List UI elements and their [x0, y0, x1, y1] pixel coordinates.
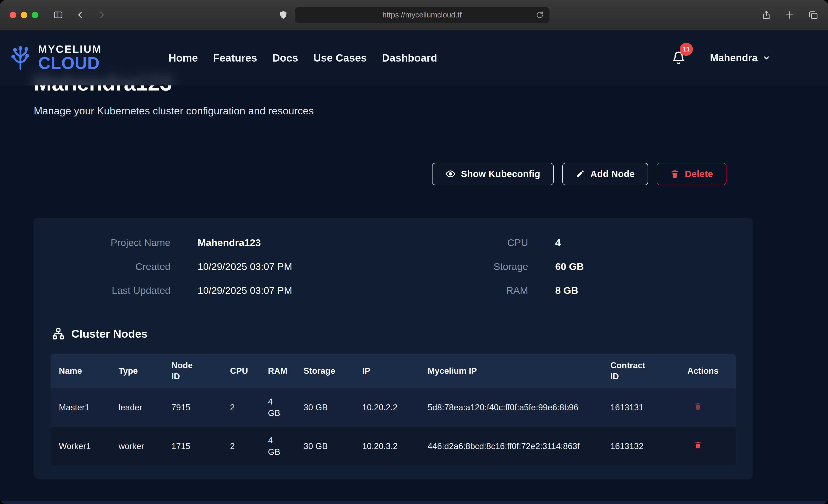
eye-icon [445, 169, 455, 179]
cluster-nodes-title: Cluster Nodes [71, 327, 148, 340]
brand-name-bottom: CLOUD [38, 55, 102, 71]
column-header-storage: Storage [295, 354, 354, 388]
detail-value: 60 GB [528, 255, 736, 279]
new-tab-icon[interactable] [785, 10, 795, 20]
mycelium-logo-icon [7, 44, 34, 72]
nav-item-home[interactable]: Home [168, 52, 198, 64]
privacy-shield-icon[interactable] [279, 10, 288, 19]
cell-contract-id: 1613131 [602, 388, 679, 427]
cluster-actions-row: Show Kubeconfig Add Node Delete [34, 163, 753, 185]
traffic-lights [10, 12, 38, 18]
detail-label: RAM [393, 279, 528, 302]
delete-cluster-button[interactable]: Delete [657, 163, 727, 185]
cell-cpu: 2 [222, 427, 260, 465]
column-header-actions: Actions [679, 354, 736, 388]
detail-label: Created [50, 255, 170, 279]
cell-contract-id: 1613132 [602, 427, 679, 465]
trash-icon [670, 169, 679, 178]
cell-ram: 4 GB [260, 388, 295, 427]
delete-node-button[interactable] [694, 441, 702, 449]
close-window-button[interactable] [10, 12, 16, 18]
details-right-column: CPU 4 Storage 60 GB RAM 8 GB [393, 231, 736, 302]
nav-item-docs[interactable]: Docs [272, 52, 298, 64]
detail-label: Last Updated [50, 279, 170, 302]
user-menu[interactable]: Mahendra [710, 52, 771, 64]
cell-node-id: 1715 [163, 427, 222, 465]
table-row: Master1 leader 7915 2 4 GB 30 GB 10.20.2… [50, 388, 736, 427]
trash-icon [694, 441, 702, 449]
cell-mycelium-ip: 446:d2a6:8bcd:8c16:ff0f:72e2:3114:863f [419, 427, 602, 465]
cluster-details: Project Name Mahendra123 Created 10/29/2… [50, 231, 736, 302]
cell-ram: 4 GB [260, 427, 295, 465]
browser-window: https://myceliumcloud.tf Mahendra123 Man… [0, 0, 828, 504]
forward-icon [97, 10, 107, 19]
cluster-nodes-table-wrap: Name Type Node ID CPU RAM Storage IP Myc… [50, 354, 736, 466]
brand-logo[interactable]: MYCELIUM CLOUD [7, 44, 102, 72]
user-name: Mahendra [710, 52, 758, 64]
nav-item-dashboard[interactable]: Dashboard [382, 52, 437, 64]
add-node-label: Add Node [590, 169, 635, 179]
share-icon[interactable] [761, 10, 772, 20]
network-icon [52, 327, 65, 340]
site-navbar: MYCELIUM CLOUD Home Features Docs Use Ca… [0, 30, 828, 85]
address-bar[interactable]: https://myceliumcloud.tf [295, 7, 549, 23]
column-header-ram: RAM [260, 354, 295, 388]
add-node-button[interactable]: Add Node [562, 163, 648, 185]
delete-node-button[interactable] [694, 402, 702, 410]
brand-name-top: MYCELIUM [38, 44, 102, 54]
detail-value: 10/29/2025 03:07 PM [170, 279, 393, 302]
details-left-column: Project Name Mahendra123 Created 10/29/2… [50, 231, 393, 302]
url-text: https://myceliumcloud.tf [382, 10, 462, 19]
cluster-nodes-table: Name Type Node ID CPU RAM Storage IP Myc… [50, 354, 736, 466]
page-viewport: Mahendra123 Manage your Kubernetes clust… [0, 30, 828, 504]
fullscreen-window-button[interactable] [32, 12, 38, 18]
table-header-row: Name Type Node ID CPU RAM Storage IP Myc… [50, 354, 736, 388]
cell-name: Master1 [50, 388, 110, 427]
reload-icon[interactable] [536, 11, 544, 19]
nav-links: Home Features Docs Use Cases Dashboard [168, 52, 437, 64]
notification-badge: 11 [680, 43, 693, 56]
trash-icon [694, 402, 702, 410]
detail-value: Mahendra123 [170, 231, 393, 255]
table-row: Worker1 worker 1715 2 4 GB 30 GB 10.20.3… [50, 427, 736, 465]
show-kubeconfig-button[interactable]: Show Kubeconfig [432, 163, 553, 185]
cell-type: leader [110, 388, 163, 427]
nav-item-use-cases[interactable]: Use Cases [313, 52, 367, 64]
column-header-name: Name [50, 354, 110, 388]
column-header-node-id: Node ID [163, 354, 222, 388]
cell-ip: 10.20.2.2 [354, 388, 419, 427]
minimize-window-button[interactable] [21, 12, 27, 18]
detail-value: 4 [528, 231, 736, 255]
cluster-nodes-header: Cluster Nodes [52, 327, 736, 340]
column-header-mycelium-ip: Mycelium IP [419, 354, 602, 388]
cell-mycelium-ip: 5d8:78ea:a120:f40c:ff0f:a5fe:99e6:8b96 [419, 388, 602, 427]
column-header-type: Type [110, 354, 163, 388]
page-content: Mahendra123 Manage your Kubernetes clust… [0, 30, 828, 504]
show-kubeconfig-label: Show Kubeconfig [461, 169, 540, 179]
cell-storage: 30 GB [295, 388, 354, 427]
column-header-cpu: CPU [222, 354, 260, 388]
column-header-ip: IP [354, 354, 419, 388]
cluster-details-card: Project Name Mahendra123 Created 10/29/2… [34, 218, 753, 479]
browser-chrome: https://myceliumcloud.tf [0, 0, 828, 30]
column-header-contract-id: Contract ID [602, 354, 679, 388]
notifications-button[interactable]: 11 [672, 51, 686, 65]
tab-overview-icon[interactable] [808, 10, 818, 20]
detail-value: 10/29/2025 03:07 PM [170, 255, 393, 279]
detail-label: CPU [393, 231, 528, 255]
chevron-down-icon [762, 54, 771, 62]
cell-node-id: 7915 [163, 388, 222, 427]
pencil-icon [576, 169, 585, 178]
sidebar-toggle-icon[interactable] [53, 10, 63, 20]
cell-name: Worker1 [50, 427, 110, 465]
delete-label: Delete [685, 169, 713, 179]
cell-storage: 30 GB [295, 427, 354, 465]
detail-label: Storage [393, 255, 528, 279]
cell-cpu: 2 [222, 388, 260, 427]
back-icon[interactable] [76, 10, 85, 19]
detail-value: 8 GB [528, 279, 736, 302]
nav-item-features[interactable]: Features [213, 52, 257, 64]
detail-label: Project Name [50, 231, 170, 255]
cell-ip: 10.20.3.2 [354, 427, 419, 465]
page-subtitle: Manage your Kubernetes cluster configura… [34, 105, 828, 117]
